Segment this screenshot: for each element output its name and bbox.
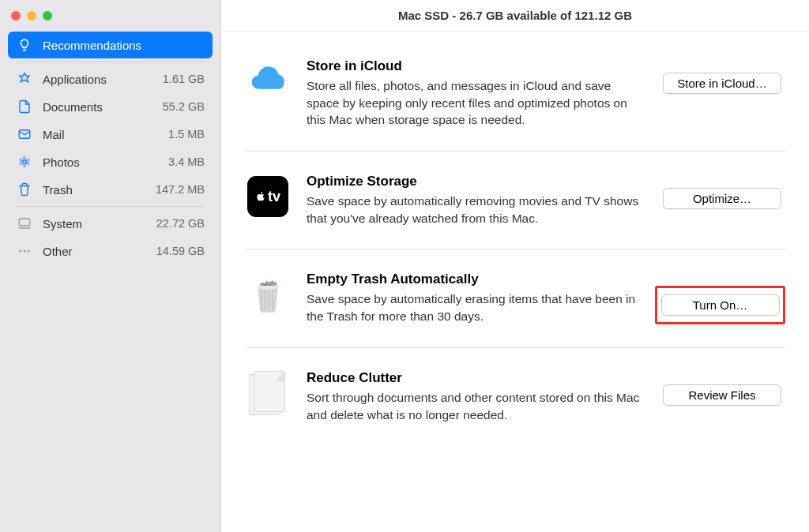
recommendation-empty-trash: Empty Trash Automatically Save space by … <box>245 249 785 347</box>
sidebar-item-label: Mail <box>43 128 168 141</box>
recommendation-title: Optimize Storage <box>307 174 643 189</box>
recommendation-description: Sort through documents and other content… <box>307 389 643 423</box>
sidebar-item-recommendations[interactable]: Recommendations <box>8 32 213 58</box>
system-icon <box>16 215 33 231</box>
sidebar-item-trash[interactable]: Trash 147.2 MB <box>8 176 213 203</box>
optimize-button[interactable]: Optimize… <box>663 188 781 209</box>
sidebar-item-applications[interactable]: Applications 1.61 GB <box>8 66 213 92</box>
full-trash-icon <box>245 272 291 317</box>
recommendations-list: Store in iCloud Store all files, photos,… <box>221 32 809 532</box>
sidebar-item-documents[interactable]: Documents 55.2 GB <box>8 93 213 120</box>
turn-on-button[interactable]: Turn On… <box>661 294 780 316</box>
mail-icon <box>16 126 33 142</box>
appletv-icon: tv <box>245 174 291 219</box>
sidebar-item-label: Other <box>43 245 156 258</box>
sidebar-item-label: Recommendations <box>43 39 205 52</box>
recommendation-title: Reduce Clutter <box>307 370 643 386</box>
recommendation-action: Review Files <box>659 370 785 406</box>
recommendation-text: Empty Trash Automatically Save space by … <box>307 272 643 324</box>
photos-icon <box>16 154 33 170</box>
divider <box>16 62 205 62</box>
sidebar-item-size: 22.72 GB <box>156 217 205 230</box>
svg-rect-8 <box>19 219 30 226</box>
svg-point-11 <box>28 250 30 253</box>
sidebar-item-size: 55.2 GB <box>163 100 205 113</box>
documents-icon <box>245 370 291 416</box>
sidebar-item-size: 1.5 MB <box>168 128 205 140</box>
sidebar-item-label: Applications <box>43 73 163 86</box>
review-files-button[interactable]: Review Files <box>663 384 781 406</box>
sidebar-item-photos[interactable]: Photos 3.4 MB <box>8 148 213 175</box>
recommendation-action: Store in iCloud… <box>659 58 785 94</box>
recommendation-title: Store in iCloud <box>307 58 643 74</box>
svg-point-2 <box>24 156 26 159</box>
sidebar-item-label: Photos <box>43 155 168 169</box>
sidebar-item-label: Trash <box>43 183 156 197</box>
sidebar-item-label: System <box>43 217 156 230</box>
main-content: Mac SSD - 26.7 GB available of 121.12 GB… <box>221 0 809 532</box>
sidebar-item-size: 147.2 MB <box>156 183 205 196</box>
recommendation-action: Turn On… <box>659 272 785 324</box>
sidebar-item-size: 1.61 GB <box>163 73 205 85</box>
sidebar-list: Recommendations Applications 1.61 GB Doc… <box>0 32 220 264</box>
svg-point-10 <box>24 250 26 253</box>
recommendation-description: Store all files, photos, and messages in… <box>307 77 643 129</box>
other-icon <box>16 243 33 259</box>
storage-management-window: Recommendations Applications 1.61 GB Doc… <box>0 0 809 532</box>
recommendation-text: Optimize Storage Save space by automatic… <box>307 174 643 227</box>
svg-point-6 <box>20 163 22 165</box>
recommendation-description: Save space by automatically removing mov… <box>307 193 643 227</box>
svg-point-1 <box>23 160 27 164</box>
close-button[interactable] <box>11 11 21 21</box>
recommendation-optimize: tv Optimize Storage Save space by automa… <box>245 152 785 249</box>
recommendation-reduce-clutter: Reduce Clutter Sort through documents an… <box>245 348 785 445</box>
svg-point-5 <box>24 165 26 167</box>
store-in-icloud-button[interactable]: Store in iCloud… <box>663 73 781 94</box>
svg-point-4 <box>27 163 29 165</box>
sidebar-item-size: 14.59 GB <box>156 245 205 257</box>
window-controls <box>0 6 220 32</box>
svg-point-9 <box>19 250 21 253</box>
sidebar-item-size: 3.4 MB <box>168 155 205 168</box>
recommendation-text: Store in iCloud Store all files, photos,… <box>307 58 643 129</box>
icloud-icon <box>245 58 291 104</box>
recommendation-icloud: Store in iCloud Store all files, photos,… <box>245 47 785 152</box>
document-icon <box>16 99 33 114</box>
svg-point-7 <box>20 159 22 161</box>
svg-point-3 <box>27 159 29 161</box>
recommendation-action: Optimize… <box>659 174 785 209</box>
lightbulb-icon <box>16 37 33 53</box>
window-title: Mac SSD - 26.7 GB available of 121.12 GB <box>221 0 809 32</box>
sidebar-item-other[interactable]: Other 14.59 GB <box>8 238 213 264</box>
sidebar: Recommendations Applications 1.61 GB Doc… <box>0 0 221 532</box>
recommendation-text: Reduce Clutter Sort through documents an… <box>307 370 643 423</box>
recommendation-description: Save space by automatically erasing item… <box>307 290 643 324</box>
minimize-button[interactable] <box>27 11 36 21</box>
divider <box>16 206 205 207</box>
maximize-button[interactable] <box>43 11 52 21</box>
recommendation-title: Empty Trash Automatically <box>307 272 643 287</box>
highlight-annotation: Turn On… <box>655 286 785 324</box>
sidebar-item-system[interactable]: System 22.72 GB <box>8 210 213 237</box>
apps-icon <box>16 71 33 87</box>
sidebar-item-label: Documents <box>43 100 163 114</box>
trash-icon <box>16 182 33 197</box>
sidebar-item-mail[interactable]: Mail 1.5 MB <box>8 121 213 148</box>
